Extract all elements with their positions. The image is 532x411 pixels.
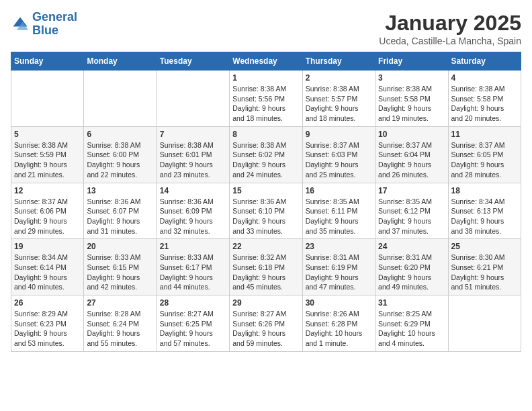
day-number: 12: [14, 186, 81, 195]
day-info: Sunrise: 8:29 AMSunset: 6:23 PMDaylight:…: [14, 309, 81, 349]
calendar-cell: 1Sunrise: 8:38 AMSunset: 5:56 PMDaylight…: [230, 71, 302, 127]
weekday-header-friday: Friday: [375, 52, 448, 71]
calendar-cell: 19Sunrise: 8:34 AMSunset: 6:14 PMDayligh…: [11, 239, 84, 295]
day-number: 1: [232, 73, 299, 83]
day-number: 29: [232, 298, 299, 308]
day-info: Sunrise: 8:31 AMSunset: 6:19 PMDaylight:…: [306, 253, 372, 292]
calendar-cell: 24Sunrise: 8:31 AMSunset: 6:20 PMDayligh…: [375, 239, 448, 295]
day-info: Sunrise: 8:35 AMSunset: 6:11 PMDaylight:…: [306, 197, 372, 236]
calendar-cell: 5Sunrise: 8:38 AMSunset: 5:59 PMDaylight…: [11, 126, 84, 183]
day-info: Sunrise: 8:33 AMSunset: 6:17 PMDaylight:…: [160, 253, 226, 292]
calendar-cell: 7Sunrise: 8:38 AMSunset: 6:01 PMDaylight…: [157, 126, 229, 183]
location-title: Uceda, Castille-La Mancha, Spain: [379, 36, 521, 46]
day-info: Sunrise: 8:27 AMSunset: 6:25 PMDaylight:…: [160, 309, 226, 349]
calendar-cell: 27Sunrise: 8:28 AMSunset: 6:24 PMDayligh…: [84, 295, 157, 352]
day-number: 6: [87, 130, 153, 139]
calendar-cell: 22Sunrise: 8:32 AMSunset: 6:18 PMDayligh…: [230, 239, 302, 295]
day-number: 10: [378, 130, 445, 139]
title-area: January 2025 Uceda, Castille-La Mancha, …: [379, 11, 521, 46]
day-number: 31: [378, 298, 445, 308]
day-info: Sunrise: 8:38 AMSunset: 6:00 PMDaylight:…: [87, 140, 153, 180]
day-info: Sunrise: 8:38 AMSunset: 5:58 PMDaylight:…: [451, 84, 518, 124]
calendar-cell: 28Sunrise: 8:27 AMSunset: 6:25 PMDayligh…: [157, 295, 229, 352]
calendar-week-4: 19Sunrise: 8:34 AMSunset: 6:14 PMDayligh…: [11, 239, 521, 295]
weekday-header-tuesday: Tuesday: [157, 52, 229, 71]
weekday-header-wednesday: Wednesday: [230, 52, 302, 71]
calendar-cell: 16Sunrise: 8:35 AMSunset: 6:11 PMDayligh…: [302, 183, 375, 239]
weekday-row: SundayMondayTuesdayWednesdayThursdayFrid…: [11, 52, 521, 71]
day-number: 23: [306, 242, 372, 251]
day-number: 26: [14, 298, 81, 308]
calendar-cell: 26Sunrise: 8:29 AMSunset: 6:23 PMDayligh…: [11, 295, 84, 352]
day-info: Sunrise: 8:38 AMSunset: 5:56 PMDaylight:…: [232, 84, 299, 124]
calendar-body: 1Sunrise: 8:38 AMSunset: 5:56 PMDaylight…: [11, 71, 521, 352]
calendar-cell: 13Sunrise: 8:36 AMSunset: 6:07 PMDayligh…: [84, 183, 157, 239]
calendar-cell: 29Sunrise: 8:27 AMSunset: 6:26 PMDayligh…: [230, 295, 302, 352]
day-number: 17: [378, 186, 445, 195]
calendar-cell: 15Sunrise: 8:36 AMSunset: 6:10 PMDayligh…: [230, 183, 302, 239]
calendar-cell: 20Sunrise: 8:33 AMSunset: 6:15 PMDayligh…: [84, 239, 157, 295]
day-number: 22: [232, 242, 299, 251]
day-number: 20: [87, 242, 153, 251]
calendar-cell: 10Sunrise: 8:37 AMSunset: 6:04 PMDayligh…: [375, 126, 448, 183]
calendar-cell: 8Sunrise: 8:38 AMSunset: 6:02 PMDaylight…: [230, 126, 302, 183]
day-info: Sunrise: 8:37 AMSunset: 6:03 PMDaylight:…: [306, 140, 372, 180]
logo-icon: [11, 15, 30, 34]
calendar-cell: 9Sunrise: 8:37 AMSunset: 6:03 PMDaylight…: [302, 126, 375, 183]
calendar-cell: 30Sunrise: 8:26 AMSunset: 6:28 PMDayligh…: [302, 295, 375, 352]
calendar-cell: [448, 295, 521, 352]
calendar-cell: 4Sunrise: 8:38 AMSunset: 5:58 PMDaylight…: [448, 71, 521, 127]
logo-line1: General: [32, 10, 77, 24]
calendar-cell: 6Sunrise: 8:38 AMSunset: 6:00 PMDaylight…: [84, 126, 157, 183]
day-info: Sunrise: 8:33 AMSunset: 6:15 PMDaylight:…: [87, 253, 153, 292]
calendar-cell: 17Sunrise: 8:35 AMSunset: 6:12 PMDayligh…: [375, 183, 448, 239]
weekday-header-saturday: Saturday: [448, 52, 521, 71]
day-info: Sunrise: 8:27 AMSunset: 6:26 PMDaylight:…: [232, 309, 299, 349]
day-number: 25: [451, 242, 518, 251]
logo-line2: Blue: [32, 24, 58, 37]
calendar-cell: [11, 71, 84, 127]
day-info: Sunrise: 8:37 AMSunset: 6:04 PMDaylight:…: [378, 140, 445, 180]
day-number: 2: [306, 73, 372, 83]
day-number: 8: [232, 130, 299, 139]
calendar-cell: 23Sunrise: 8:31 AMSunset: 6:19 PMDayligh…: [302, 239, 375, 295]
logo: General Blue: [11, 11, 77, 38]
calendar-week-2: 5Sunrise: 8:38 AMSunset: 5:59 PMDaylight…: [11, 126, 521, 183]
page-header: General Blue January 2025 Uceda, Castill…: [11, 11, 521, 46]
day-number: 16: [306, 186, 372, 195]
calendar-cell: 11Sunrise: 8:37 AMSunset: 6:05 PMDayligh…: [448, 126, 521, 183]
day-info: Sunrise: 8:36 AMSunset: 6:10 PMDaylight:…: [232, 197, 299, 236]
day-info: Sunrise: 8:36 AMSunset: 6:07 PMDaylight:…: [87, 197, 153, 236]
calendar-cell: 18Sunrise: 8:34 AMSunset: 6:13 PMDayligh…: [448, 183, 521, 239]
calendar-cell: 31Sunrise: 8:25 AMSunset: 6:29 PMDayligh…: [375, 295, 448, 352]
day-number: 24: [378, 242, 445, 251]
day-info: Sunrise: 8:30 AMSunset: 6:21 PMDaylight:…: [451, 253, 518, 292]
day-info: Sunrise: 8:34 AMSunset: 6:14 PMDaylight:…: [14, 253, 81, 292]
day-number: 19: [14, 242, 81, 251]
day-number: 28: [160, 298, 226, 308]
calendar-cell: 2Sunrise: 8:38 AMSunset: 5:57 PMDaylight…: [302, 71, 375, 127]
day-info: Sunrise: 8:38 AMSunset: 6:02 PMDaylight:…: [232, 140, 299, 180]
month-title: January 2025: [379, 11, 521, 36]
day-number: 18: [451, 186, 518, 195]
day-info: Sunrise: 8:34 AMSunset: 6:13 PMDaylight:…: [451, 197, 518, 236]
day-info: Sunrise: 8:26 AMSunset: 6:28 PMDaylight:…: [306, 309, 372, 349]
calendar-table: SundayMondayTuesdayWednesdayThursdayFrid…: [11, 52, 521, 352]
day-info: Sunrise: 8:28 AMSunset: 6:24 PMDaylight:…: [87, 309, 153, 349]
calendar-cell: 21Sunrise: 8:33 AMSunset: 6:17 PMDayligh…: [157, 239, 229, 295]
logo-text: General Blue: [32, 11, 77, 38]
weekday-header-monday: Monday: [84, 52, 157, 71]
weekday-header-sunday: Sunday: [11, 52, 84, 71]
day-info: Sunrise: 8:36 AMSunset: 6:09 PMDaylight:…: [160, 197, 226, 236]
day-info: Sunrise: 8:31 AMSunset: 6:20 PMDaylight:…: [378, 253, 445, 292]
day-info: Sunrise: 8:32 AMSunset: 6:18 PMDaylight:…: [232, 253, 299, 292]
day-number: 5: [14, 130, 81, 139]
day-number: 3: [378, 73, 445, 83]
weekday-header-thursday: Thursday: [302, 52, 375, 71]
calendar-cell: 3Sunrise: 8:38 AMSunset: 5:58 PMDaylight…: [375, 71, 448, 127]
day-number: 30: [306, 298, 372, 308]
day-info: Sunrise: 8:37 AMSunset: 6:06 PMDaylight:…: [14, 197, 81, 236]
calendar-cell: 25Sunrise: 8:30 AMSunset: 6:21 PMDayligh…: [448, 239, 521, 295]
calendar-cell: 12Sunrise: 8:37 AMSunset: 6:06 PMDayligh…: [11, 183, 84, 239]
calendar-cell: [84, 71, 157, 127]
